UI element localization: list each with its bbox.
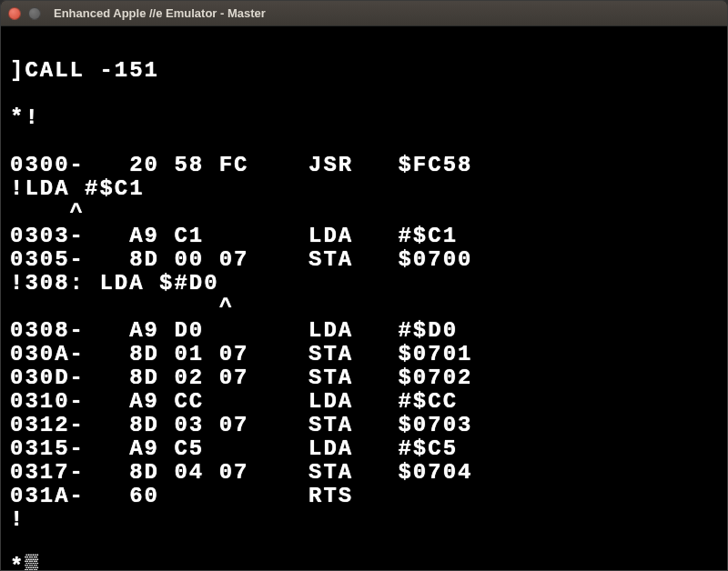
terminal-line: 0315- A9 C5 LDA #$C5 <box>10 437 718 461</box>
terminal-line <box>10 83 718 106</box>
titlebar[interactable]: Enhanced Apple //e Emulator - Master <box>1 1 727 26</box>
terminal-line: 0300- 20 58 FC JSR $FC58 <box>10 154 718 177</box>
terminal-line: 0305- 8D 00 07 STA $0700 <box>10 248 718 272</box>
terminal-line: *! <box>10 106 718 130</box>
terminal-line: ! <box>10 508 718 532</box>
window-title: Enhanced Apple //e Emulator - Master <box>54 6 266 20</box>
emulator-screen[interactable]: ]CALL -151 *! 0300- 20 58 FC JSR $FC58!L… <box>1 26 727 570</box>
cursor: ▒ <box>25 555 39 570</box>
terminal-line: 0312- 8D 03 07 STA $0703 <box>10 414 718 437</box>
terminal-line: 0308- A9 D0 LDA #$D0 <box>10 319 718 343</box>
prompt-char: * <box>10 555 25 570</box>
terminal-line: 0303- A9 C1 LDA #$C1 <box>10 225 718 248</box>
close-icon[interactable] <box>8 7 21 20</box>
terminal-line <box>10 532 718 556</box>
terminal-line: !308: LDA $#D0 <box>10 272 718 296</box>
terminal-line: ^ <box>10 201 718 225</box>
terminal-line: 031A- 60 RTS <box>10 485 718 508</box>
terminal-line: 0317- 8D 04 07 STA $0704 <box>10 461 718 485</box>
terminal-line: 030A- 8D 01 07 STA $0701 <box>10 343 718 366</box>
terminal-line: 030D- 8D 02 07 STA $0702 <box>10 366 718 390</box>
terminal-line: 0310- A9 CC LDA #$CC <box>10 390 718 414</box>
terminal-line: !LDA #$C1 <box>10 177 718 201</box>
terminal-line: ^ <box>10 296 718 319</box>
app-window: Enhanced Apple //e Emulator - Master ]CA… <box>0 0 728 571</box>
minimize-icon[interactable] <box>28 7 41 20</box>
terminal-line: ]CALL -151 <box>10 59 718 83</box>
terminal-prompt-line[interactable]: *▒ <box>10 556 718 570</box>
terminal-line <box>10 130 718 154</box>
